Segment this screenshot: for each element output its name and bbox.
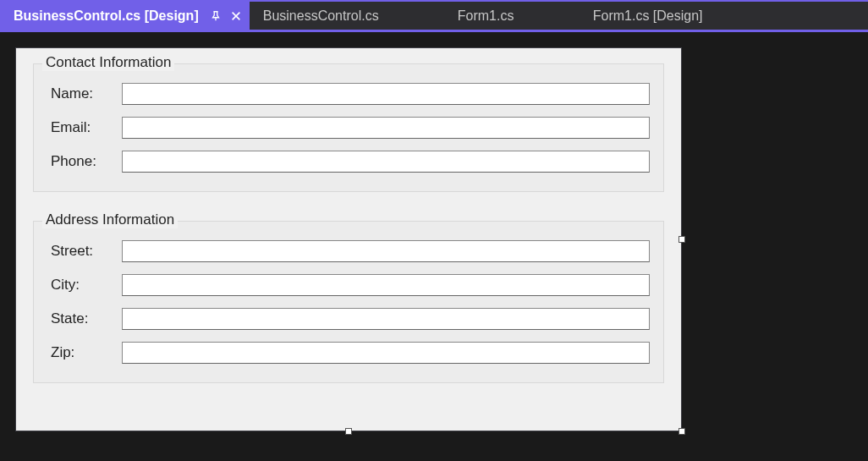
tab-form1-design[interactable]: Form1.cs [Design] [580, 2, 749, 30]
tab-label: BusinessControl.cs [Design] [14, 8, 199, 24]
street-label: Street: [47, 243, 122, 260]
tab-form1-cs[interactable]: Form1.cs [444, 2, 580, 30]
name-input[interactable] [122, 83, 650, 105]
name-row: Name: [47, 83, 650, 105]
state-label: State: [47, 310, 122, 327]
contact-information-group[interactable]: Contact Information Name: Email: Phone: [33, 63, 664, 192]
design-surface: Contact Information Name: Email: Phone: … [0, 32, 868, 431]
city-label: City: [47, 277, 122, 294]
zip-input[interactable] [122, 342, 650, 364]
tab-label: BusinessControl.cs [263, 8, 379, 24]
tab-label: Form1.cs [458, 8, 514, 24]
zip-row: Zip: [47, 342, 650, 364]
street-input[interactable] [122, 240, 650, 262]
tab-business-control-cs[interactable]: BusinessControl.cs [250, 2, 444, 30]
email-input[interactable] [122, 117, 650, 139]
resize-handle-bottom-right[interactable] [678, 428, 685, 435]
zip-label: Zip: [47, 344, 122, 361]
pin-icon[interactable] [209, 9, 222, 23]
groupbox-title: Address Information [42, 211, 178, 228]
phone-input[interactable] [122, 151, 650, 173]
city-input[interactable] [122, 274, 650, 296]
resize-handle-bottom[interactable] [345, 428, 352, 435]
tab-strip: BusinessControl.cs [Design] BusinessCont… [0, 0, 868, 32]
phone-label: Phone: [47, 153, 122, 170]
state-input[interactable] [122, 308, 650, 330]
name-label: Name: [47, 85, 122, 102]
phone-row: Phone: [47, 151, 650, 173]
close-icon[interactable] [229, 9, 243, 23]
email-row: Email: [47, 117, 650, 139]
city-row: City: [47, 274, 650, 296]
groupbox-title: Contact Information [42, 54, 174, 71]
state-row: State: [47, 308, 650, 330]
email-label: Email: [47, 119, 122, 136]
resize-handle-right[interactable] [678, 236, 685, 243]
street-row: Street: [47, 240, 650, 262]
tab-business-control-design[interactable]: BusinessControl.cs [Design] [0, 2, 250, 30]
address-information-group[interactable]: Address Information Street: City: State:… [33, 221, 664, 383]
user-control-canvas[interactable]: Contact Information Name: Email: Phone: … [15, 47, 682, 431]
tab-label: Form1.cs [Design] [593, 8, 703, 24]
